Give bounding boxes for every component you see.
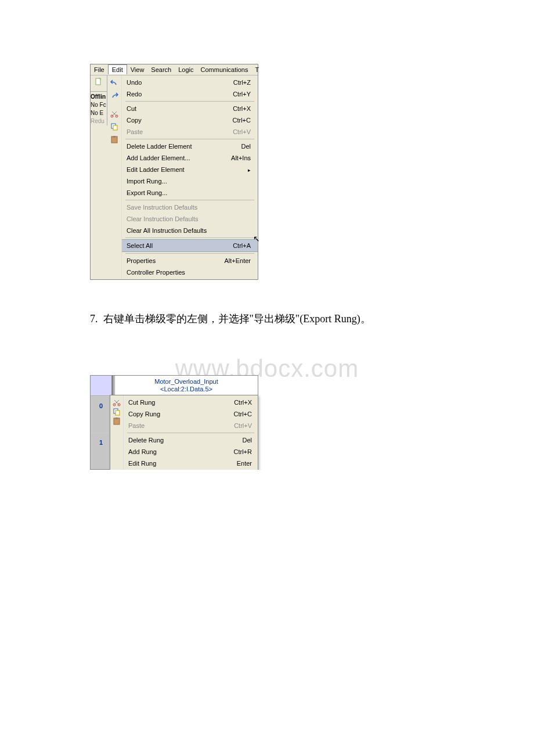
cut-icon (112, 398, 121, 407)
menu-logic[interactable]: Logic (175, 65, 197, 74)
menu-item-cut[interactable]: CutCtrl+X (122, 103, 258, 114)
svg-rect-6 (113, 136, 116, 138)
copy-icon (110, 122, 119, 131)
menu-item-paste: PasteCtrl+V (122, 126, 258, 138)
watermark-text: www.bdocx.com (0, 355, 534, 383)
ctx-item-add-rung[interactable]: Add RungCtrl+R (124, 446, 258, 458)
menu-view[interactable]: View (127, 65, 148, 74)
menu-item-clear-all-instruction-defaults[interactable]: Clear All Instruction Defaults (122, 225, 258, 236)
step-instruction: 7. 右键单击梯级零的左侧，并选择"导出梯级"(Export Rung)。 (90, 312, 534, 326)
menu-edit[interactable]: Edit (108, 64, 127, 74)
rung-context-figure: Motor_Overload_Input <Local:2:I.Data.5> … (90, 375, 258, 470)
cut-icon (110, 109, 119, 118)
menu-item-save-instruction-defaults: Save Instruction Defaults (122, 201, 258, 213)
paste-icon (112, 416, 121, 426)
ctx-item-cut-rung[interactable]: Cut RungCtrl+X (124, 397, 258, 408)
ctx-item-edit-rung[interactable]: Edit RungEnter (124, 458, 258, 469)
rung-tag-address: <Local:2:I.Data.5> (160, 386, 212, 393)
undo-icon (110, 78, 119, 87)
menu-file[interactable]: File (91, 65, 108, 74)
menu-trunc: T (251, 65, 262, 74)
menu-item-delete-ladder-element[interactable]: Delete Ladder ElementDel (122, 141, 258, 152)
rung-tag-name: Motor_Overload_Input (154, 378, 218, 386)
svg-rect-4 (113, 125, 117, 130)
menu-item-controller-properties[interactable]: Controller Properties (122, 267, 258, 278)
menu-search[interactable]: Search (147, 65, 175, 74)
menu-item-select-all[interactable]: Select AllCtrl+A (122, 239, 258, 252)
edit-menu-figure: File Edit View Search Logic Communicatio… (90, 64, 258, 280)
menu-icon-column (107, 75, 122, 279)
menu-item-import-rung-[interactable]: Import Rung... (122, 175, 258, 187)
ctx-item-copy-rung[interactable]: Copy RungCtrl+C (124, 408, 258, 420)
controller-status: Offlin No Fc No E Redu (91, 92, 107, 125)
menu-communications[interactable]: Communications (197, 65, 252, 74)
menu-item-copy[interactable]: CopyCtrl+C (122, 114, 258, 126)
ctx-item-paste: PasteCtrl+V (124, 420, 258, 431)
rung-context-menu: e e+r Cut RungCtrl+XCopy RungCtrl+CPaste… (110, 395, 258, 470)
newfile-icon (94, 77, 103, 87)
svg-rect-10 (116, 411, 120, 415)
menu-item-redo[interactable]: RedoCtrl+Y (122, 88, 258, 100)
menu-item-edit-ladder-element[interactable]: Edit Ladder Element (122, 164, 258, 175)
paste-icon (110, 135, 119, 144)
menu-item-add-ladder-element-[interactable]: Add Ladder Element...Alt+Ins (122, 152, 258, 164)
svg-rect-12 (116, 417, 118, 419)
menu-item-properties[interactable]: PropertiesAlt+Enter (122, 255, 258, 267)
ctx-item-edit-rung-comment[interactable]: Edit Rung CommentCtrl+D (124, 469, 258, 470)
edit-dropdown-menu: UndoCtrl+ZRedoCtrl+YCutCtrl+XCopyCtrl+CP… (122, 75, 258, 279)
toolbar-newfile[interactable] (91, 75, 107, 92)
redo-icon (110, 91, 119, 100)
menu-item-export-rung-[interactable]: Export Rung... (122, 187, 258, 199)
copy-icon (112, 407, 121, 416)
menu-item-undo[interactable]: UndoCtrl+Z (122, 77, 258, 88)
ctx-item-delete-rung[interactable]: Delete RungDel (124, 434, 258, 446)
main-menu-bar: File Edit View Search Logic Communicatio… (91, 64, 258, 75)
context-icon-column: e e+r (110, 395, 124, 470)
cursor-icon: ↖ (253, 234, 260, 243)
menu-item-clear-instruction-defaults: Clear Instruction Defaults (122, 213, 258, 225)
